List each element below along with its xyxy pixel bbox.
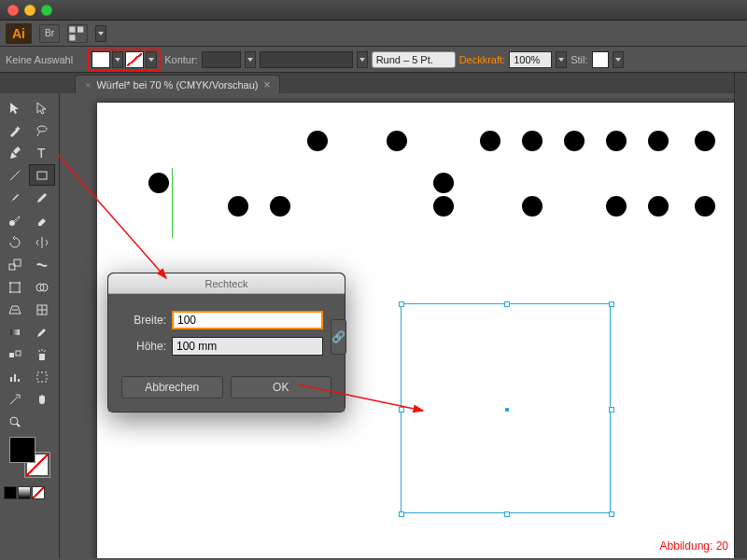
arrange-docs-button[interactable]	[67, 24, 88, 43]
selection-handle[interactable]	[399, 511, 404, 517]
height-input[interactable]	[172, 337, 323, 356]
rectangle-tool[interactable]	[29, 164, 55, 186]
width-tool[interactable]	[29, 254, 55, 275]
document-tabs: × Würfel* bei 70 % (CMYK/Vorschau) ×	[0, 73, 747, 93]
print-tiling-tool[interactable]	[29, 411, 55, 432]
selection-rectangle[interactable]	[401, 303, 611, 513]
direct-selection-tool[interactable]	[29, 97, 55, 119]
profile-field[interactable]	[260, 51, 353, 68]
menubar-drop-icon[interactable]	[95, 25, 106, 42]
magic-wand-tool[interactable]	[2, 119, 28, 141]
svg-point-14	[19, 291, 21, 293]
dice-pip[interactable]	[433, 196, 454, 217]
selection-handle[interactable]	[399, 407, 404, 413]
reflect-tool[interactable]	[29, 231, 55, 253]
profile-drop-icon[interactable]	[357, 51, 368, 68]
document-tab[interactable]: × Würfel* bei 70 % (CMYK/Vorschau) ×	[75, 75, 280, 93]
hand-tool[interactable]	[29, 388, 55, 410]
selection-handle[interactable]	[609, 511, 614, 517]
dice-pip[interactable]	[387, 131, 407, 151]
grid-icon	[68, 24, 87, 43]
selection-handle[interactable]	[504, 301, 510, 307]
dice-pip[interactable]	[648, 196, 669, 217]
minimize-icon[interactable]	[24, 5, 35, 16]
dice-pip[interactable]	[522, 196, 543, 217]
opacity-drop-icon[interactable]	[556, 51, 567, 68]
close-icon[interactable]	[7, 5, 19, 16]
dice-pip[interactable]	[695, 196, 715, 217]
opacity-field[interactable]: 100%	[509, 51, 552, 68]
lasso-tool[interactable]	[29, 119, 55, 141]
style-label: Stil:	[571, 54, 587, 65]
selection-status: Keine Auswahl	[6, 54, 73, 65]
scale-tool[interactable]	[2, 254, 28, 275]
close-tab-icon[interactable]: ×	[263, 78, 270, 91]
stroke-swatch-drop-icon[interactable]	[146, 51, 157, 68]
brush-select[interactable]: Rund – 5 Pt.	[372, 51, 456, 68]
pencil-tool[interactable]	[29, 187, 55, 208]
color-mode-solid[interactable]	[4, 486, 17, 499]
eyedropper-tool[interactable]	[29, 321, 55, 343]
blend-tool[interactable]	[2, 343, 28, 365]
maximize-icon[interactable]	[41, 5, 52, 16]
stroke-swatch[interactable]	[125, 51, 144, 68]
dice-pip[interactable]	[648, 131, 669, 151]
color-mode-none[interactable]	[32, 486, 45, 499]
shape-builder-tool[interactable]	[29, 276, 55, 298]
zoom-tool[interactable]	[2, 411, 28, 432]
selection-handle[interactable]	[609, 301, 614, 307]
eraser-tool[interactable]	[29, 209, 55, 231]
artboard-tool[interactable]	[29, 366, 55, 387]
svg-rect-0	[69, 26, 75, 32]
rotate-tool[interactable]	[2, 231, 28, 253]
column-graph-tool[interactable]	[2, 366, 28, 387]
stroke-indicator[interactable]	[24, 452, 50, 478]
selection-handle[interactable]	[504, 511, 510, 517]
dice-pip[interactable]	[695, 131, 715, 151]
dice-pip[interactable]	[270, 196, 290, 217]
style-swatch[interactable]	[592, 51, 609, 68]
selection-handle[interactable]	[609, 407, 614, 413]
link-dimensions-button[interactable]: 🔗	[331, 319, 346, 355]
ok-button[interactable]: OK	[231, 376, 332, 399]
dice-pip[interactable]	[564, 131, 585, 151]
menubar: Ai Br	[0, 21, 747, 47]
dice-pip[interactable]	[606, 131, 627, 151]
mesh-tool[interactable]	[29, 299, 55, 320]
free-transform-tool[interactable]	[2, 276, 28, 298]
dice-pip[interactable]	[228, 196, 248, 217]
width-input[interactable]	[172, 311, 323, 329]
symbol-sprayer-tool[interactable]	[29, 343, 55, 365]
dice-pip[interactable]	[307, 131, 328, 151]
gradient-tool[interactable]	[2, 321, 28, 343]
bridge-button[interactable]: Br	[39, 24, 60, 43]
stroke-weight-field[interactable]	[202, 51, 241, 68]
svg-rect-27	[37, 372, 47, 382]
link-icon: 🔗	[331, 330, 345, 343]
perspective-tool[interactable]	[2, 299, 28, 320]
type-tool[interactable]: T	[29, 142, 55, 163]
line-tool[interactable]	[2, 164, 28, 186]
color-mode-gradient[interactable]	[18, 486, 31, 499]
dice-pip[interactable]	[606, 196, 627, 217]
dice-pip[interactable]	[480, 131, 500, 151]
dice-pip[interactable]	[148, 173, 169, 193]
cancel-button[interactable]: Abbrechen	[121, 376, 223, 399]
svg-rect-25	[14, 374, 16, 382]
dice-pip[interactable]	[522, 131, 543, 151]
paintbrush-tool[interactable]	[2, 187, 28, 208]
blob-brush-tool[interactable]	[2, 209, 28, 231]
pen-tool[interactable]	[2, 142, 28, 163]
slice-tool[interactable]	[2, 388, 28, 410]
fill-stroke-indicator[interactable]	[9, 437, 50, 478]
selection-handle[interactable]	[399, 301, 404, 307]
app-icon: Ai	[6, 23, 32, 44]
collapsed-panels[interactable]	[734, 73, 747, 558]
fill-swatch-drop-icon[interactable]	[112, 51, 123, 68]
style-drop-icon[interactable]	[613, 51, 624, 68]
selection-tool[interactable]	[2, 97, 28, 119]
fill-swatch[interactable]	[92, 51, 110, 68]
width-label: Breite:	[121, 314, 166, 327]
dice-pip[interactable]	[433, 173, 454, 193]
stroke-weight-drop-icon[interactable]	[245, 51, 256, 68]
